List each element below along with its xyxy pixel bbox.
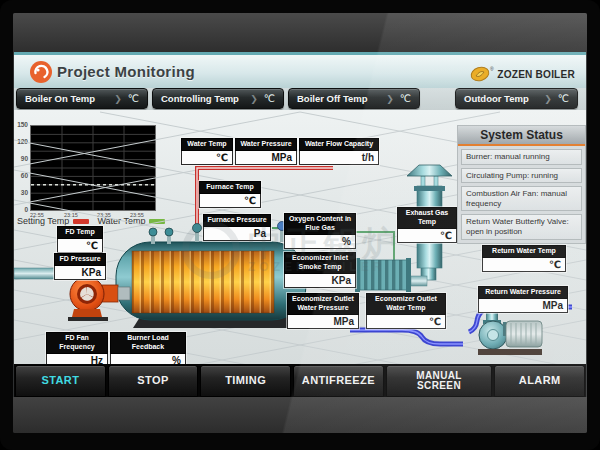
gauge-return-water-pressure: Return Water PressureMPa	[478, 286, 568, 313]
boiler-drum	[116, 242, 306, 320]
nav-stop-button[interactable]: STOP	[108, 365, 199, 397]
nav-start-button[interactable]: START	[15, 365, 106, 397]
chevron-icon: ❯	[250, 94, 260, 104]
registered-mark: ®	[490, 66, 494, 72]
header-bar: Project Monitoring ® ZOZEN BOILER	[14, 52, 586, 88]
gauge-water-pressure: Water PressureMPa	[235, 138, 297, 165]
brand-logo: ® ZOZEN BOILER	[470, 64, 578, 84]
gauge-return-water-temp: Return Water Temp℃	[482, 245, 566, 272]
system-status-panel: System Status Burner: manual running Cir…	[457, 125, 586, 244]
app-logo-icon	[29, 60, 53, 88]
outdoor-temp-button[interactable]: Outdoor Temp❯℃	[455, 88, 578, 109]
page-title: Project Monitoring	[57, 63, 195, 80]
process-mimic-area: 150 120 90 60 30 0 22:55 23:15 23:35 23:…	[14, 110, 586, 364]
gauge-furnace-temp: Furnace Temp℃	[199, 181, 261, 208]
gauge-fd-fan-frequency: FD Fan FrequencyHz	[46, 332, 108, 364]
hmi-screen: Project Monitoring ® ZOZEN BOILER Boiler…	[13, 13, 587, 433]
nav-manual-screen-button[interactable]: MANUAL SCREEN	[386, 365, 493, 397]
status-circulating-pump: Circulating Pump: running	[461, 168, 582, 184]
gauge-fd-pressure: FD PressureKPa	[54, 253, 106, 280]
status-combustion-air-fan: Combustion Air Fan: manual frequency	[461, 186, 582, 211]
gauge-furnace-pressure: Furnace PressurePa	[203, 214, 271, 241]
controlling-temp-button[interactable]: Controlling Temp❯℃	[152, 88, 284, 109]
chevron-icon: ❯	[544, 94, 554, 104]
device-frame: Project Monitoring ® ZOZEN BOILER Boiler…	[0, 0, 600, 450]
bottom-nav: START STOP TIMING ANTIFREEZE MANUAL SCRE…	[14, 364, 586, 397]
gauge-economizer-inlet-smoke-temp: Economizer Inlet Smoke TempKPa	[284, 252, 356, 288]
system-status-title: System Status	[458, 126, 585, 146]
gauge-water-flow-capacity: Water Flow Capacityt/h	[299, 138, 379, 165]
gauge-water-temp: Water Temp℃	[181, 138, 233, 165]
status-burner: Burner: manual running	[461, 149, 582, 165]
status-return-water-valve: Return Water Butterfly Valve: open in po…	[461, 214, 582, 239]
gauge-burner-load-feedback: Burner Load Feedback%	[110, 332, 186, 364]
nav-antifreeze-button[interactable]: ANTIFREEZE	[293, 365, 384, 397]
screen-bottom-strip	[13, 397, 587, 433]
zozen-logo-icon	[470, 64, 490, 84]
gauge-economizer-outlet-water-temp: Economizer Outlet Water Temp℃	[366, 293, 446, 329]
chevron-icon: ❯	[386, 94, 396, 104]
gauge-economizer-outlet-water-pressure: Economizer Outlet Water PressureMPa	[287, 293, 359, 329]
gauge-oxygen-content: Oxygen Content in Flue Gas%	[284, 213, 356, 249]
chevron-icon: ❯	[114, 94, 124, 104]
nav-alarm-button[interactable]: ALARM	[494, 365, 585, 397]
nav-timing-button[interactable]: TIMING	[200, 365, 291, 397]
screen-top-strip	[13, 13, 587, 52]
boiler-off-temp-button[interactable]: Boiler Off Temp❯℃	[288, 88, 420, 109]
brand-name: ZOZEN BOILER	[497, 68, 575, 80]
gauge-fd-temp: FD Temp℃	[57, 226, 103, 253]
gauge-exhaust-gas-temp: Exhaust Gas Temp℃	[397, 207, 457, 243]
boiler-on-temp-button[interactable]: Boiler On Temp❯℃	[16, 88, 148, 109]
